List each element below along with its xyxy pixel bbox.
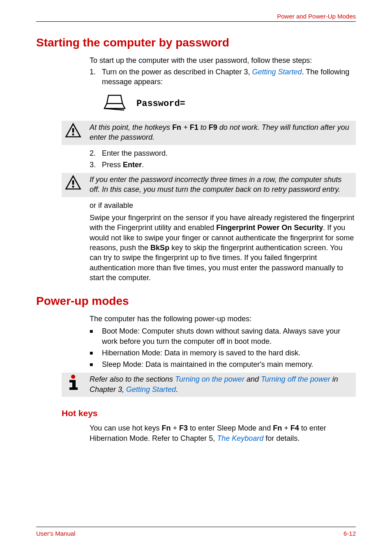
bullet-marker: ■ bbox=[90, 348, 102, 358]
hk-a: You can use hot keys bbox=[90, 424, 161, 432]
turning-on-link[interactable]: Turning on the power bbox=[175, 375, 244, 383]
refer-c: . bbox=[176, 385, 178, 394]
step2-body: Enter the password. bbox=[102, 148, 356, 158]
header-section: Power and Power-Up Modes bbox=[277, 12, 356, 21]
callout1-f9: F9 bbox=[209, 123, 217, 131]
hk-plus1: + bbox=[171, 424, 179, 432]
step-1: 1. Turn on the power as described in Cha… bbox=[90, 67, 356, 87]
svg-point-4 bbox=[71, 375, 75, 379]
footer-page-number: 6-12 bbox=[344, 530, 356, 538]
password-prompt-text: Password= bbox=[136, 98, 185, 110]
bullet-hib-body: Hibernation Mode: Data in memory is save… bbox=[102, 348, 356, 358]
step1-number: 1. bbox=[90, 67, 102, 87]
info-refer-body: Refer also to the sections Turning on th… bbox=[90, 373, 356, 397]
page-content: Starting the computer by password To sta… bbox=[0, 0, 392, 443]
bullet-sleep: ■ Sleep Mode: Data is maintained in the … bbox=[90, 359, 356, 369]
refer-mid: and bbox=[244, 375, 261, 383]
section1-intro: To start up the computer with the user p… bbox=[90, 55, 356, 65]
footer-rule bbox=[36, 527, 356, 527]
hk-mid1: to enter Sleep Mode and bbox=[188, 424, 273, 432]
step1-body: Turn on the power as described in Chapte… bbox=[102, 67, 356, 87]
step3-body: Press Enter. bbox=[102, 160, 356, 170]
step-3: 3. Press Enter. bbox=[90, 160, 356, 170]
caution-wrong-password-body: If you enter the password incorrectly th… bbox=[90, 173, 356, 197]
hk-fn2: Fn bbox=[273, 424, 282, 432]
hk-fn1: Fn bbox=[161, 424, 171, 432]
section-1-title: Starting the computer by password bbox=[36, 35, 356, 51]
fp-d: BkSp bbox=[150, 244, 169, 252]
step3-c: . bbox=[142, 161, 144, 169]
svg-rect-2 bbox=[72, 180, 74, 185]
section2-intro: The computer has the following power-up … bbox=[90, 314, 356, 324]
caution-hotkeys-body: At this point, the hotkeys Fn + F1 to F9… bbox=[90, 121, 356, 145]
svg-rect-3 bbox=[72, 186, 74, 187]
keyboard-link[interactable]: The Keyboard bbox=[217, 434, 263, 442]
info-refer-also: Refer also to the sections Turning on th… bbox=[62, 373, 356, 397]
callout1-mid: to bbox=[198, 123, 209, 131]
svg-rect-1 bbox=[72, 134, 74, 135]
section-3-title: Hot keys bbox=[62, 408, 356, 419]
header-rule bbox=[36, 21, 356, 22]
caution-hotkeys: At this point, the hotkeys Fn + F1 to F9… bbox=[62, 121, 356, 145]
bullet-boot: ■ Boot Mode: Computer shuts down without… bbox=[90, 326, 356, 346]
getting-started-link-2[interactable]: Getting Started bbox=[126, 385, 176, 394]
section-2-title: Power-up modes bbox=[36, 293, 356, 309]
hk-end: for details. bbox=[263, 434, 300, 442]
bullet-boot-body: Boot Mode: Computer shuts down without s… bbox=[102, 326, 356, 346]
footer-manual: User's Manual bbox=[36, 530, 75, 538]
turning-off-link[interactable]: Turning off the power bbox=[261, 375, 330, 383]
caution-wrong-password: If you enter the password incorrectly th… bbox=[62, 173, 356, 197]
step1-text-a: Turn on the power as described in Chapte… bbox=[102, 68, 252, 76]
step3-enter: Enter bbox=[123, 161, 142, 169]
fingerprint-para: Swipe your fingerprint on the sensor if … bbox=[90, 213, 356, 283]
callout1-fn: Fn bbox=[172, 123, 181, 131]
hk-f4: F4 bbox=[291, 424, 299, 432]
bullet-marker: ■ bbox=[90, 359, 102, 369]
bullet-sleep-body: Sleep Mode: Data is maintained in the co… bbox=[102, 359, 356, 369]
callout1-a: At this point, the hotkeys bbox=[90, 123, 172, 131]
hk-f3: F3 bbox=[179, 424, 188, 432]
step-2: 2. Enter the password. bbox=[90, 148, 356, 158]
getting-started-link[interactable]: Getting Started bbox=[252, 68, 302, 76]
page-footer: User's Manual 6-12 bbox=[36, 527, 356, 538]
caution-icon bbox=[62, 121, 85, 140]
modes-list: ■ Boot Mode: Computer shuts down without… bbox=[90, 326, 356, 369]
bullet-marker: ■ bbox=[90, 326, 102, 346]
password-prompt-row: Password= bbox=[103, 94, 356, 113]
info-icon bbox=[62, 373, 85, 391]
step3-a: Press bbox=[102, 161, 123, 169]
svg-rect-7 bbox=[69, 387, 78, 390]
step2-number: 2. bbox=[90, 148, 102, 158]
laptop-icon bbox=[103, 94, 127, 113]
refer-a: Refer also to the sections bbox=[90, 375, 175, 383]
hotkeys-body: You can use hot keys Fn + F3 to enter Sl… bbox=[90, 423, 356, 443]
or-if-available: or if available bbox=[90, 200, 356, 210]
bullet-hibernation: ■ Hibernation Mode: Data in memory is sa… bbox=[90, 348, 356, 358]
callout1-f1: F1 bbox=[190, 123, 198, 131]
fp-b: Fingerprint Power On Security bbox=[216, 223, 323, 232]
svg-rect-0 bbox=[72, 128, 74, 133]
callout1-plus: + bbox=[181, 123, 190, 131]
hk-plus2: + bbox=[282, 424, 291, 432]
caution-icon bbox=[62, 173, 85, 192]
step3-number: 3. bbox=[90, 160, 102, 170]
